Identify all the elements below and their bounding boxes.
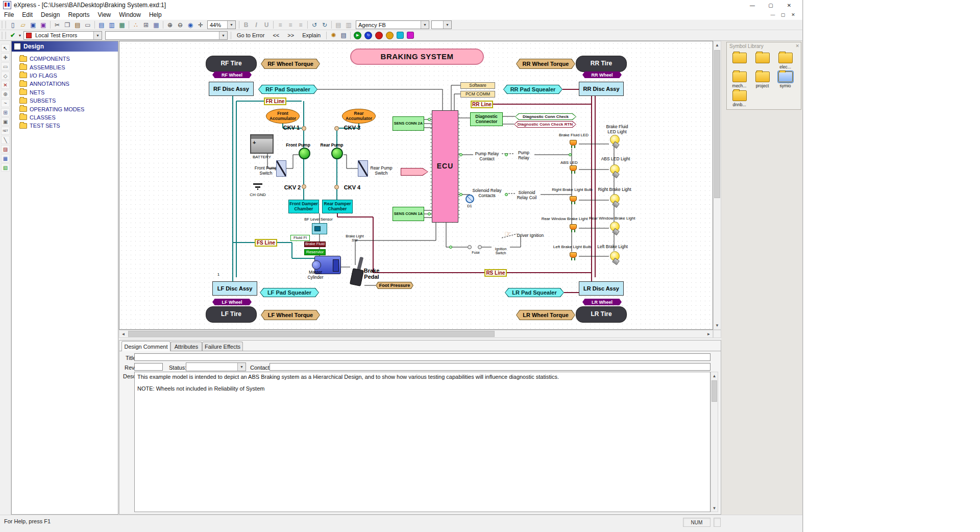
print-icon[interactable]: ▭ (83, 20, 93, 30)
title-input[interactable] (134, 353, 710, 361)
ignition-switch-label[interactable]: Ignition Switch (492, 247, 510, 256)
lr-wheel[interactable]: LR Wheel (582, 299, 622, 305)
fluid-fl-label[interactable]: Fluid Fl (290, 235, 310, 241)
testpoint-4[interactable] (459, 193, 462, 196)
scroll-down-arrow[interactable]: ▼ (714, 322, 721, 329)
junction-ckv4[interactable] (334, 185, 339, 189)
tree-item-classes[interactable]: CLASSES (12, 113, 118, 122)
new-icon[interactable]: ▯ (8, 20, 18, 30)
menu-file[interactable]: File (0, 11, 18, 19)
explain-button[interactable]: Explain (298, 31, 325, 40)
warn-yellow-button[interactable] (386, 32, 394, 39)
font-size-dropdown-arrow[interactable]: ▼ (443, 21, 451, 29)
scroll-left-arrow[interactable]: ◄ (119, 330, 127, 337)
reservior-label[interactable]: Reservior (304, 249, 326, 255)
lib-symio[interactable]: symio (776, 71, 795, 88)
design-canvas[interactable]: BRAKING SYSTEMRF TireRF Wheel TorqueRR W… (119, 41, 713, 330)
tab-attributes[interactable]: Attributes (170, 342, 202, 351)
rr-tire[interactable]: RR Tire (576, 56, 627, 72)
toolbar-grip[interactable] (2, 21, 6, 29)
rr-wheel[interactable]: RR Wheel (582, 71, 622, 78)
right-brake-light-bulb[interactable] (609, 194, 620, 208)
rr-pad-squealer[interactable]: RR Pad Squealer (503, 85, 562, 94)
lib-mech[interactable]: mech... (730, 71, 749, 88)
sens-conn-2a[interactable]: SENS CONN 2A (393, 116, 424, 131)
fr-line[interactable]: FR Line (264, 98, 286, 105)
run-check-icon[interactable]: ✔ (8, 31, 18, 40)
pin-out-tool-icon[interactable]: ▭ (1, 62, 10, 70)
menu-window[interactable]: Window (115, 11, 145, 19)
grid-view-icon[interactable]: ▦ (151, 20, 161, 30)
abs-led[interactable] (568, 165, 579, 174)
hydraulic-arrow[interactable] (401, 168, 428, 176)
tree-item-test-sets[interactable]: TEST SETS (12, 122, 118, 130)
error-filter-arrow[interactable]: ▼ (93, 32, 102, 39)
lib-elec[interactable]: elec... (776, 53, 795, 69)
close-button[interactable]: ✕ (780, 1, 798, 10)
layout-a-icon[interactable]: ▤ (333, 20, 344, 30)
rs-line[interactable]: RS Line (484, 269, 507, 277)
page-preview-icon[interactable]: ▤ (96, 20, 107, 30)
scroll-right-arrow[interactable]: ► (705, 330, 713, 337)
diagnostic-conn-check-rtn[interactable]: Diagnostic Conn Check RTN (514, 121, 576, 128)
tree-item-assemblies[interactable]: ASSEMBLIES (12, 63, 118, 71)
testpoint-7[interactable] (569, 153, 572, 156)
delete-tool-icon[interactable]: ✕ (1, 81, 10, 89)
diagnostic-connector[interactable]: Diagnostic Connector (470, 112, 503, 126)
mdi-close-button[interactable]: ✕ (788, 11, 798, 18)
prev-error-button[interactable]: << (268, 31, 283, 40)
rear-damper-chamber[interactable]: Rear Damper Chamber (322, 200, 353, 213)
lib-dnnb[interactable]: dnnb... (730, 90, 749, 107)
maximize-button[interactable]: ▢ (762, 1, 780, 10)
sim-blue-button[interactable]: ↻ (364, 32, 372, 39)
save-icon[interactable]: ▣ (28, 20, 38, 30)
rear-window-brake-light-led[interactable] (568, 224, 579, 233)
foot-pressure[interactable]: Foot Pressure (376, 282, 413, 289)
toolbar-grip-2[interactable] (2, 32, 6, 39)
ckv-3[interactable]: CKV 3 (342, 125, 362, 131)
layout-b-icon[interactable]: ▥ (344, 20, 354, 30)
lf-pad-squealer[interactable]: LF Pad Squealer (260, 288, 319, 297)
rev-input[interactable] (134, 363, 163, 371)
page-ref-1[interactable]: 1 (215, 272, 222, 277)
ckv-2[interactable]: CKV 2 (283, 184, 302, 191)
inspect-tool-icon[interactable]: ⊕ (1, 90, 10, 98)
paste-icon[interactable]: ▤ (72, 20, 83, 30)
driver-ignition-label[interactable]: Driver Ignition (516, 233, 545, 238)
pump-relay-label[interactable]: Pump Relay (513, 151, 534, 161)
pointer-tool-icon[interactable]: ↖ (1, 44, 10, 52)
lf-wheel[interactable]: LF Wheel (212, 299, 252, 305)
mdi-restore-button[interactable]: ▢ (778, 11, 788, 18)
bf-level-sensor[interactable] (312, 223, 327, 234)
lr-wheel-torque[interactable]: LR Wheel Torque (516, 310, 575, 320)
node-tool-icon[interactable]: ◇ (1, 71, 10, 80)
fuse-label[interactable]: Fuse (470, 250, 482, 255)
brake-fluid-led-label[interactable]: Brake Fluid LED (556, 133, 592, 138)
vscroll-thumb[interactable] (714, 50, 720, 198)
font-dropdown-arrow[interactable]: ▼ (421, 21, 429, 29)
rear-window-brake-light-label[interactable]: Rear Window Brake Light (587, 216, 637, 221)
menu-design[interactable]: Design (37, 11, 64, 19)
fs-line[interactable]: FS Line (255, 239, 277, 247)
symbol-library-close-icon[interactable]: ✕ (795, 43, 799, 49)
diagram-title[interactable]: BRAKING SYSTEM (350, 49, 484, 65)
font-size-combobox[interactable]: ▼ (431, 20, 452, 29)
zoom-in-icon[interactable]: ⊕ (165, 20, 175, 30)
rear-window-brake-light-bulb-label[interactable]: Rear Window Brake Light (540, 216, 589, 222)
library-up[interactable] (753, 53, 772, 69)
goto-error-button[interactable]: Go to Error (233, 31, 268, 40)
stop-red-button[interactable] (375, 32, 383, 39)
testpoint-6[interactable] (505, 193, 508, 196)
testpoint-8[interactable] (449, 246, 452, 249)
next-error-button[interactable]: >> (283, 31, 298, 40)
battery-label[interactable]: BATTERY (248, 155, 276, 160)
front-pump-label[interactable]: Front Pump (284, 143, 312, 148)
brake-light-sw-label[interactable]: Brake Light SW (342, 236, 367, 240)
underline-icon[interactable]: U (261, 20, 272, 30)
save-all-icon[interactable]: ▣ (38, 20, 48, 30)
rear-pump-switch-label[interactable]: Rear Pump Switch (368, 166, 395, 176)
bold-icon[interactable]: B (241, 20, 251, 30)
library-root[interactable] (730, 53, 749, 69)
mark-magenta-button[interactable] (407, 32, 414, 39)
testpoint-2[interactable] (428, 212, 431, 215)
